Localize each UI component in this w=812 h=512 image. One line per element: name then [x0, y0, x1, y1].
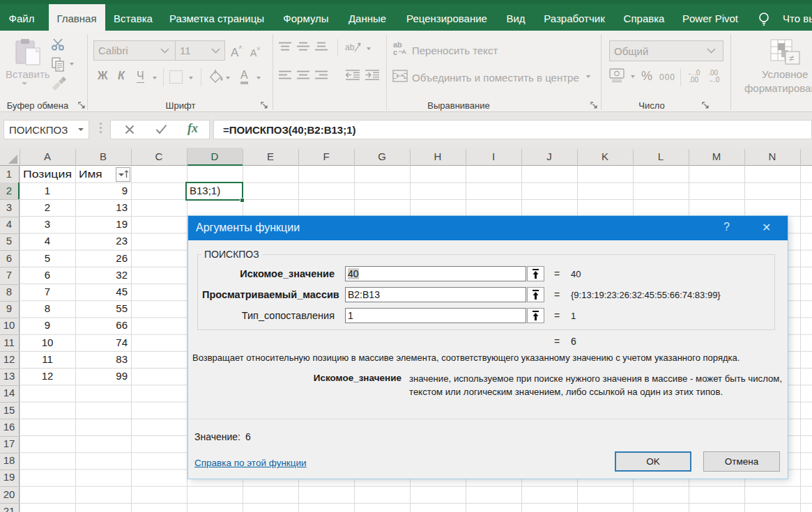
svg-text:≠: ≠ [789, 53, 794, 63]
svg-text:c: c [393, 48, 397, 56]
svg-text:ab: ab [345, 42, 355, 52]
